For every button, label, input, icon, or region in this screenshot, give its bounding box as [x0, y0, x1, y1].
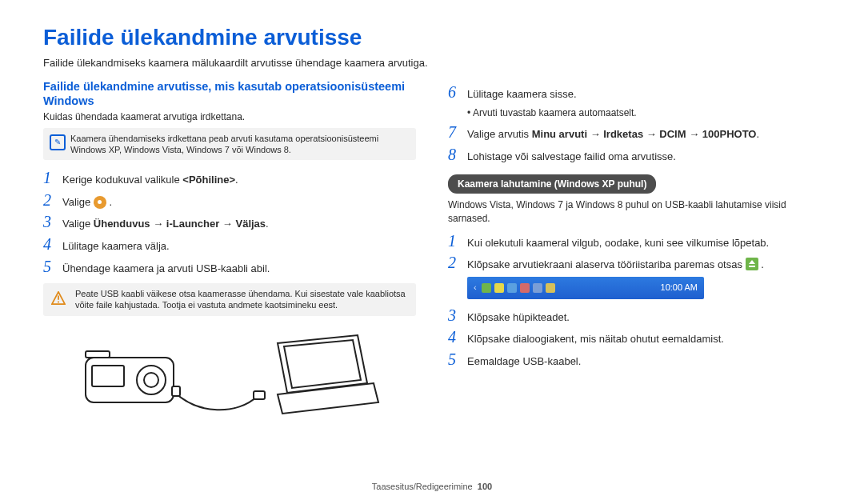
- step-3: 3 Valige Ühenduvus → i-Launcher → Väljas…: [43, 214, 416, 231]
- page-footer: Taasesitus/Redigeerimine 100: [0, 481, 864, 493]
- step-7-text: Valige arvutis: [467, 128, 532, 140]
- note-icon: ✎: [50, 134, 66, 150]
- step-2: 2 Valige .: [43, 192, 416, 210]
- step-6-text: Lülitage kaamera sisse.: [467, 87, 821, 102]
- step-number: 4: [448, 329, 467, 345]
- svg-point-5: [144, 373, 158, 387]
- tray-icon: [494, 283, 504, 293]
- step-5: 5 Ühendage kaamera ja arvuti USB-kaabli …: [43, 258, 416, 276]
- rstep-2-text: Klõpsake arvutiekraani alaserva tööriist…: [467, 258, 746, 270]
- eject-icon: [746, 258, 758, 270]
- step-8-text: Lohistage või salvestage failid oma arvu…: [467, 150, 821, 164]
- step-number: 5: [43, 258, 62, 274]
- taskbar-clock: 10:00 AM: [661, 282, 698, 294]
- warning-icon: [51, 291, 66, 308]
- svg-point-2: [58, 302, 59, 303]
- info-note-text: Kaamera ühendamiseks irdkettana peab arv…: [70, 134, 378, 154]
- step-number: 7: [448, 124, 467, 140]
- rstep-4: 4 Klõpsake dialoogiakent, mis näitab ohu…: [448, 329, 821, 346]
- step-number: 2: [448, 254, 467, 270]
- step-7-bold: Minu arvuti → Irdketas → DCIM → 100PHOTO: [532, 128, 757, 140]
- step-number: 8: [448, 146, 467, 162]
- footer-section: Taasesitus/Redigeerimine: [372, 482, 473, 491]
- step-4-text: Lülitage kaamera välja.: [62, 239, 416, 254]
- svg-rect-9: [254, 391, 265, 399]
- rstep-5: 5 Eemaldage USB-kaabel.: [448, 351, 821, 369]
- step-3-bold: Ühenduvus → i-Launcher → Väljas: [94, 218, 266, 230]
- step-6: 6 Lülitage kaamera sisse.: [448, 84, 821, 102]
- step-8: 8 Lohistage või salvestage failid oma ar…: [448, 146, 821, 164]
- step-number: 3: [448, 307, 467, 323]
- rstep-5-text: Eemaldage USB-kaabel.: [467, 354, 821, 369]
- right-column: 6 Lülitage kaamera sisse. Arvuti tuvasta…: [448, 79, 821, 414]
- section-subtext: Kuidas ühendada kaamerat arvutiga irdket…: [43, 110, 416, 123]
- step-5-text: Ühendage kaamera ja arvuti USB-kaabli ab…: [62, 262, 416, 276]
- tray-eject-icon: [482, 283, 491, 293]
- pill-subtext: Windows Vista, Windows 7 ja Windows 8 pu…: [448, 198, 821, 224]
- rstep-1-text: Kui olekutuli kaameral vilgub, oodake, k…: [467, 236, 821, 250]
- rstep-2: 2 Klõpsake arvutiekraani alaserva töörii…: [448, 254, 821, 272]
- svg-point-4: [137, 366, 166, 394]
- taskbar-screenshot: ‹ 10:00 AM: [467, 277, 704, 299]
- page-title: Failide ülekandmine arvutisse: [43, 22, 821, 53]
- svg-rect-8: [172, 386, 180, 396]
- tray-icon: [520, 283, 530, 293]
- select-icon: [94, 196, 106, 209]
- tray-icon: [533, 283, 542, 293]
- step-number: 2: [43, 192, 62, 208]
- pill-heading: Kaamera lahutamine (Windows XP puhul): [448, 174, 656, 194]
- tray-icon: [507, 283, 517, 293]
- rstep-3-text: Klõpsake hüpikteadet.: [467, 310, 821, 325]
- connection-illustration: [43, 327, 416, 415]
- step-number: 1: [448, 233, 467, 249]
- info-note: ✎ Kaamera ühendamiseks irdkettana peab a…: [43, 128, 416, 161]
- step-3-text: Valige: [62, 218, 94, 230]
- left-column: Failide ülekandmine arvutisse, mis kasut…: [43, 79, 416, 414]
- step-number: 6: [448, 84, 467, 100]
- svg-rect-7: [92, 366, 124, 386]
- footer-page-number: 100: [478, 482, 492, 491]
- step-number: 1: [43, 170, 62, 186]
- rstep-1: 1 Kui olekutuli kaameral vilgub, oodake,…: [448, 233, 821, 250]
- step-1-bold: <Põhiline>: [182, 174, 235, 186]
- intro-text: Failide ülekandmiseks kaamera mälukaardi…: [43, 56, 821, 70]
- step-1-text: Kerige kodukuval valikule: [62, 174, 182, 186]
- step-4: 4 Lülitage kaamera välja.: [43, 236, 416, 254]
- svg-rect-6: [86, 351, 110, 358]
- step-1: 1 Kerige kodukuval valikule <Põhiline>.: [43, 170, 416, 187]
- warning-text: Peate USB kaabli väikese otsa kaamerasse…: [75, 289, 406, 310]
- rstep-3: 3 Klõpsake hüpikteadet.: [448, 307, 821, 325]
- section-heading: Failide ülekandmine arvutisse, mis kasut…: [43, 79, 416, 108]
- system-tray: [482, 283, 555, 293]
- step-6-bullet: Arvuti tuvastab kaamera automaatselt.: [467, 106, 821, 119]
- step-2-text: Valige: [62, 196, 94, 208]
- step-7: 7 Valige arvutis Minu arvuti → Irdketas …: [448, 124, 821, 142]
- step-number: 5: [448, 351, 467, 367]
- step-number: 4: [43, 236, 62, 252]
- svg-rect-3: [86, 358, 174, 402]
- step-number: 3: [43, 214, 62, 230]
- warning-note: Peate USB kaabli väikese otsa kaamerasse…: [43, 283, 416, 316]
- taskbar-expand-icon: ‹: [474, 282, 477, 294]
- rstep-4-text: Klõpsake dialoogiakent, mis näitab ohutu…: [467, 332, 821, 346]
- tray-icon: [546, 283, 555, 293]
